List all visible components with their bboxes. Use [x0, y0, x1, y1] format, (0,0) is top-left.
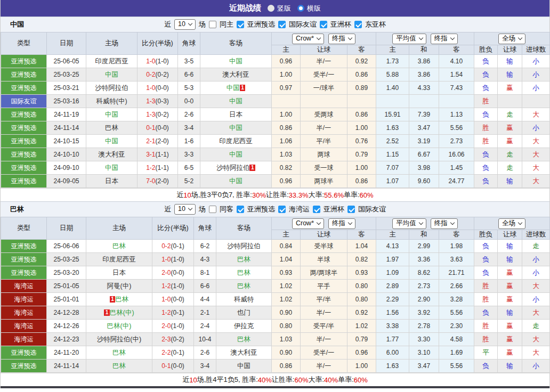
competition-2-checkbox[interactable] — [320, 21, 327, 28]
halftime-score: (1-0) — [156, 58, 169, 65]
avg-odds-cell: 5.56 — [439, 360, 474, 373]
team-label: 中国 — [105, 71, 118, 78]
result-goals-cell: 小 — [522, 121, 550, 135]
date-cell: 25-06-05 — [47, 55, 86, 68]
team-label: 澳大利亚 — [99, 151, 125, 158]
same-side-label[interactable]: 同客 — [220, 205, 233, 214]
odds-cell: 1.03 — [272, 148, 301, 161]
avg-source-select[interactable]: 平均值 — [392, 34, 426, 44]
result-goals-cell — [522, 95, 550, 108]
avg-source-select[interactable]: 平均值 — [392, 218, 426, 229]
score-cell: 2-3(0-2) — [152, 333, 194, 346]
corners-cell: 0-0 — [178, 95, 200, 108]
corners-cell: 6-6 — [178, 68, 200, 81]
competition-0-checkbox[interactable] — [237, 21, 244, 28]
avg-stage-select[interactable]: 终指 — [431, 218, 458, 229]
competition-3-label[interactable]: 国际友谊 — [358, 205, 386, 214]
avg-odds-cell: 7.39 — [409, 108, 439, 121]
fulltime-score: 7-0 — [146, 177, 155, 185]
corners-cell: 1-6 — [178, 135, 200, 148]
competition-2-checkbox[interactable] — [313, 206, 320, 213]
result-goals-cell: 走 — [522, 320, 550, 333]
avg-odds-cell: 3.92 — [409, 306, 439, 320]
radio-label[interactable]: 横版 — [307, 4, 321, 13]
corners-cell: 6-5 — [178, 161, 200, 175]
away-team-cell: 中国 — [216, 360, 272, 373]
odds-cell: 半/一 — [301, 360, 347, 373]
fulltime-scope-select[interactable]: 全场 — [498, 218, 525, 229]
same-side-checkbox[interactable] — [209, 206, 216, 213]
radio-icon[interactable] — [268, 5, 274, 12]
fulltime-score: 1-3 — [146, 97, 155, 105]
avg-odds-cell: 3.38 — [376, 320, 409, 333]
competition-2-label[interactable]: 亚洲杯 — [323, 205, 344, 214]
result-wl-cell: 负 — [474, 108, 498, 121]
avg-odds-cell: 3.36 — [409, 253, 439, 266]
date-cell: 24-11-19 — [47, 108, 86, 121]
team-label: 巴林(中) — [110, 309, 134, 316]
odds-cell: 0.76 — [347, 135, 376, 148]
away-team-cell: 中国 — [200, 175, 272, 188]
corners-cell: 6-6 — [194, 280, 216, 293]
avg-odds-cell: 2.90 — [409, 293, 439, 306]
avg-stage-select[interactable]: 终指 — [431, 34, 458, 44]
competition-0-label[interactable]: 亚洲预选 — [247, 205, 275, 214]
match-row: 海湾运 24-12-26 巴林(中) 2-0(1-0) 2-4 伊拉克 0.80… — [1, 320, 550, 333]
games-label: 场 — [199, 205, 206, 214]
chevron-down-icon — [348, 35, 352, 39]
odds-cell: 受半/一 — [301, 346, 347, 360]
home-team-cell: 沙特阿拉伯(中) — [86, 333, 152, 346]
odds-stage-select[interactable]: 终指 — [328, 218, 355, 229]
score-cell: 1-0(0-0) — [152, 293, 194, 306]
result-handicap-cell: 走 — [498, 148, 522, 161]
same-side-label[interactable]: 同主 — [220, 20, 233, 29]
avg-odds-cell: 1.09 — [376, 266, 409, 280]
result-handicap-cell: 走 — [498, 108, 522, 121]
corners-cell: 5-3 — [178, 81, 200, 95]
home-team-cell: 1巴林(中) — [86, 306, 152, 320]
odds-cell: 0.89 — [347, 81, 376, 95]
result-goals-cell: 大 — [522, 135, 550, 148]
same-side-checkbox[interactable] — [209, 21, 216, 28]
date-cell: 24-12-28 — [47, 306, 86, 320]
layout-option-horizontal[interactable]: 横版 — [297, 4, 321, 13]
corners-cell: 3-3 — [178, 148, 200, 161]
odds-cell — [301, 95, 347, 108]
score-cell: 2-2(0-1) — [152, 346, 194, 360]
competition-1-checkbox[interactable] — [278, 21, 286, 28]
away-team-cell: 中国1 — [200, 81, 272, 95]
competition-1-checkbox[interactable] — [278, 206, 286, 213]
competition-1-label[interactable]: 海湾运 — [289, 205, 310, 214]
radio-icon[interactable] — [297, 5, 304, 12]
fulltime-scope-select[interactable]: 全场 — [498, 34, 525, 44]
score-cell: 1-2(0-1) — [152, 306, 194, 320]
competition-0-checkbox[interactable] — [237, 206, 244, 213]
competition-3-label[interactable]: 东亚杯 — [365, 20, 386, 29]
odds-cell: 0.86 — [347, 68, 376, 81]
avg-odds-cell: 3.30 — [409, 333, 439, 346]
competition-2-label[interactable]: 亚洲杯 — [330, 20, 351, 29]
match-count-select[interactable]: 10 — [174, 19, 196, 30]
competition-1-label[interactable]: 国际友谊 — [289, 20, 317, 29]
match-count-select[interactable]: 10 — [174, 204, 196, 215]
avg-odds-cell: 1.07 — [376, 175, 409, 188]
team-label: 巴林 — [237, 256, 250, 263]
result-handicap-cell: 走 — [498, 161, 522, 175]
sub-column-header: 胜负 — [474, 45, 498, 55]
odds-source-select[interactable]: Crow* — [292, 218, 324, 229]
team-label: 日本 — [229, 111, 242, 118]
odds-source-select[interactable]: Crow* — [292, 34, 324, 44]
layout-option-vertical[interactable]: 竖版 — [268, 4, 291, 13]
odds-stage-select[interactable]: 终指 — [328, 34, 355, 44]
radio-label[interactable]: 竖版 — [277, 4, 291, 13]
competition-3-checkbox[interactable] — [354, 21, 362, 28]
competition-3-checkbox[interactable] — [347, 206, 355, 213]
fulltime-score: 1-0 — [161, 256, 171, 263]
date-cell: 25-03-25 — [47, 68, 86, 81]
halftime-score: (0-2) — [156, 71, 169, 78]
match-row: 亚洲预选 25-03-20 日本 2-0(0-0) 8-1 巴林 0.93两/两… — [1, 266, 550, 280]
away-team-cell: 也门 — [216, 306, 272, 320]
competition-0-label[interactable]: 亚洲预选 — [247, 20, 275, 29]
date-cell: 24-09-05 — [47, 175, 86, 188]
odds-cell: 0.80 — [347, 280, 376, 293]
